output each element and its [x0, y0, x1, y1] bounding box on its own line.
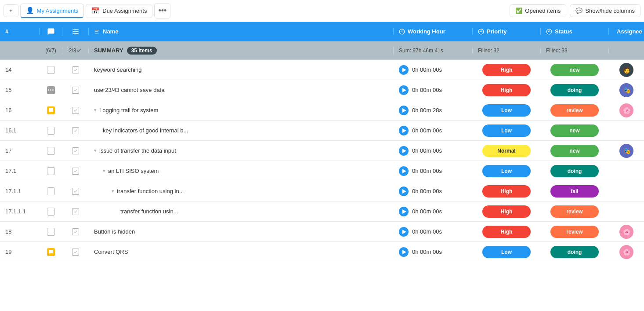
- row-num: 14: [0, 66, 40, 73]
- summary-priority: Filled: 32: [473, 48, 541, 54]
- row-task[interactable]: [62, 127, 89, 134]
- table-row[interactable]: 16 ▾ Logging trail for system 0h 00m 28s…: [0, 100, 644, 121]
- row-name[interactable]: user23/43 cannot save data: [89, 87, 394, 93]
- row-priority: High: [473, 205, 541, 218]
- row-name[interactable]: key indicators of good internal b...: [89, 127, 394, 134]
- row-name[interactable]: ▾ an LTI SISO system: [89, 168, 394, 174]
- table-row[interactable]: 17 ▾ issue of transfer the data input 0h…: [0, 141, 644, 161]
- play-button[interactable]: [399, 106, 409, 115]
- row-num: 19: [0, 249, 40, 255]
- svg-point-8: [546, 29, 552, 34]
- add-icon: +: [9, 7, 13, 14]
- play-button[interactable]: [399, 207, 409, 216]
- row-status: fail: [541, 185, 609, 198]
- table-row[interactable]: 17.1.1.1 transfer function usin... 0h 00…: [0, 201, 644, 222]
- avatar: 🧑: [619, 63, 633, 77]
- row-priority: Low: [473, 104, 541, 117]
- row-assignee: 🎭: [609, 83, 644, 97]
- opened-items-label: Opened items: [525, 7, 561, 14]
- row-num: 17.1.1.1: [0, 208, 40, 215]
- col-header-priority: Priority: [473, 28, 541, 35]
- col-header-name: Name: [89, 28, 394, 35]
- top-nav: + 👤 My Assignments 📅 Due Assignments •••…: [0, 0, 644, 22]
- row-status: new: [541, 64, 609, 76]
- row-name[interactable]: Convert QRS: [89, 249, 394, 255]
- col-header-status: Status: [541, 28, 609, 35]
- summary-chat: (6/7): [40, 48, 62, 54]
- row-working-hour: 0h 00m 00s: [394, 247, 473, 257]
- avatar: 🎭: [619, 83, 633, 97]
- row-chat[interactable]: [40, 147, 62, 155]
- play-button[interactable]: [399, 187, 409, 196]
- row-working-hour: 0h 00m 00s: [394, 65, 473, 75]
- show-hide-columns-button[interactable]: 💬 Show/hide columns: [570, 4, 640, 17]
- row-num: 17: [0, 147, 40, 154]
- avatar: 🌸: [619, 225, 633, 239]
- row-name[interactable]: keyword searching: [89, 66, 394, 73]
- avatar: 🌸: [619, 245, 633, 259]
- row-name[interactable]: ▾ issue of transfer the data input: [89, 147, 394, 154]
- opened-items-button[interactable]: ✅ Opened items: [510, 4, 566, 17]
- summary-status: Filled: 33: [541, 48, 609, 54]
- row-working-hour: 0h 00m 00s: [394, 207, 473, 216]
- row-name[interactable]: ▾ Logging trail for system: [89, 107, 394, 113]
- svg-point-7: [478, 29, 484, 34]
- avatar: 🌸: [619, 103, 633, 117]
- row-task[interactable]: [62, 66, 89, 73]
- row-status: new: [541, 145, 609, 157]
- row-name[interactable]: Button is hidden: [89, 228, 394, 235]
- row-priority: Low: [473, 165, 541, 177]
- more-tabs-button[interactable]: •••: [154, 3, 170, 18]
- row-chat[interactable]: [40, 127, 62, 135]
- row-task[interactable]: [62, 208, 89, 215]
- due-assignments-tab[interactable]: 📅 Due Assignments: [86, 4, 152, 18]
- table-row[interactable]: 18 Button is hidden 0h 00m 00s High revi…: [0, 222, 644, 242]
- row-task[interactable]: [62, 168, 89, 175]
- row-assignee: 🌸: [609, 103, 644, 117]
- row-chat[interactable]: [40, 248, 62, 256]
- summary-work: Sum: 97h 46m 41s: [394, 48, 473, 54]
- row-chat[interactable]: [40, 187, 62, 195]
- play-button[interactable]: [399, 65, 409, 75]
- my-assignments-tab[interactable]: 👤 My Assignments: [20, 4, 84, 18]
- table-row[interactable]: 14 keyword searching 0h 00m 00s High new…: [0, 60, 644, 80]
- row-name[interactable]: transfer function usin...: [89, 208, 394, 215]
- table-row[interactable]: 15 user23/43 cannot save data 0h 00m 00s…: [0, 80, 644, 100]
- play-button[interactable]: [399, 85, 409, 95]
- row-assignee: 🌸: [609, 245, 644, 259]
- avatar: 🎭: [619, 144, 633, 158]
- row-chat[interactable]: [40, 86, 62, 94]
- row-task[interactable]: [62, 249, 89, 256]
- row-assignee: 🌸: [609, 225, 644, 239]
- row-name[interactable]: ▾ transfer function using in...: [89, 188, 394, 194]
- nav-right-actions: ✅ Opened items 💬 Show/hide columns: [510, 4, 640, 17]
- row-chat[interactable]: [40, 208, 62, 216]
- row-task[interactable]: [62, 87, 89, 94]
- row-task[interactable]: [62, 188, 89, 195]
- row-chat[interactable]: [40, 228, 62, 236]
- items-badge: 35 items: [127, 47, 157, 55]
- table-row[interactable]: 17.1 ▾ an LTI SISO system 0h 00m 00s Low…: [0, 161, 644, 181]
- row-status: review: [541, 205, 609, 218]
- user-icon: 👤: [26, 7, 34, 15]
- table-row[interactable]: 19 Convert QRS 0h 00m 00s Low doing 🌸: [0, 242, 644, 262]
- table-row[interactable]: 16.1 key indicators of good internal b..…: [0, 121, 644, 141]
- play-button[interactable]: [399, 126, 409, 135]
- row-chat[interactable]: [40, 106, 62, 114]
- play-button[interactable]: [399, 166, 409, 176]
- row-task[interactable]: [62, 147, 89, 154]
- play-button[interactable]: [399, 227, 409, 237]
- row-chat[interactable]: [40, 66, 62, 74]
- row-chat[interactable]: [40, 167, 62, 175]
- col-header-num: #: [0, 28, 40, 35]
- row-task[interactable]: [62, 228, 89, 235]
- row-working-hour: 0h 00m 28s: [394, 106, 473, 115]
- row-assignee: 🎭: [609, 144, 644, 158]
- play-button[interactable]: [399, 146, 409, 156]
- summary-name: SUMMARY 35 items: [89, 47, 394, 55]
- row-status: new: [541, 124, 609, 137]
- play-button[interactable]: [399, 247, 409, 257]
- add-tab-button[interactable]: +: [4, 4, 18, 17]
- row-task[interactable]: [62, 107, 89, 114]
- table-row[interactable]: 17.1.1 ▾ transfer function using in... 0…: [0, 181, 644, 201]
